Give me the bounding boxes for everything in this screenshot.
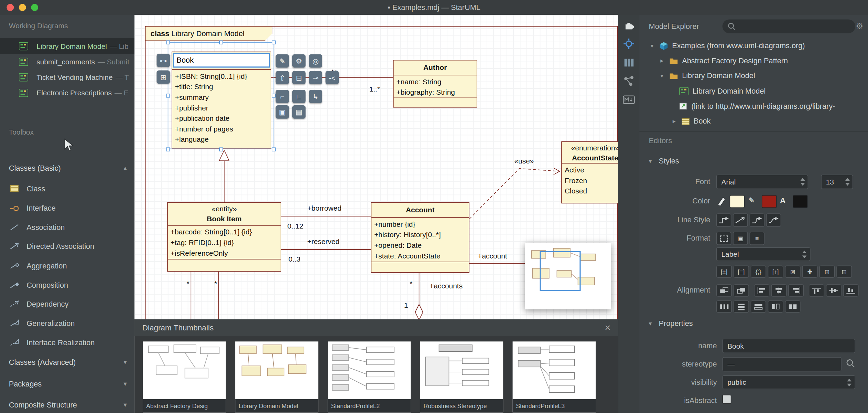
tree-item-library-domain-model-diagram[interactable]: Library Domain Model	[639, 84, 868, 98]
same-width-button[interactable]	[751, 300, 766, 313]
toggle-properties-button[interactable]: {;}	[751, 266, 766, 278]
thumbnail-robustness-stereotypes[interactable]: Robustness Stereotype	[420, 341, 503, 412]
tool-association[interactable]: Association	[0, 218, 134, 237]
working-diagram-electronic-prescriptions[interactable]: Electronic Prescriptions — E	[0, 85, 134, 100]
crosshair-icon[interactable]	[623, 38, 635, 50]
thumbnail-standardprofilel3[interactable]: StandardProfileL3	[513, 341, 596, 412]
layout-columns-icon[interactable]	[623, 56, 635, 68]
thumbnail-standardprofilel2[interactable]: StandardProfileL2	[328, 341, 411, 412]
properties-section-header[interactable]: ▾ Properties	[649, 319, 693, 328]
stereotype-search-button[interactable]	[845, 358, 855, 370]
quick-connector-style-2-button[interactable]: ∟	[292, 90, 306, 103]
font-size-field[interactable]	[821, 174, 853, 189]
quick-extension-button[interactable]: ◎	[309, 54, 322, 68]
expander-down-icon[interactable]: ▾	[650, 42, 659, 49]
tool-generalization[interactable]: Generalization	[0, 314, 134, 333]
extensions-icon[interactable]	[623, 19, 635, 31]
tree-item-examples[interactable]: ▾ Examples (from www.uml-diagrams.org)	[639, 38, 868, 53]
tool-dependency[interactable]: Dependency	[0, 294, 134, 313]
toggle-icon-button[interactable]: ✚	[802, 266, 817, 278]
tool-interface[interactable]: Interface	[0, 199, 134, 218]
tree-item-abstract-factory[interactable]: ▸ Abstract Factory Design Pattern	[639, 53, 868, 68]
quick-connector-style-3-button[interactable]: ↳	[309, 90, 322, 103]
close-icon[interactable]: ×	[605, 319, 611, 336]
tree-item-book[interactable]: ▸ Book	[639, 114, 868, 128]
search-input[interactable]	[736, 22, 847, 30]
class-account[interactable]: Account +number {id} +history: History[0…	[371, 202, 469, 273]
fill-color-swatch[interactable]	[730, 195, 745, 208]
quick-subdiagram-button[interactable]: ⊞	[157, 71, 170, 84]
toggle-expand-button[interactable]: ⊞	[819, 266, 835, 278]
selection-handle-sw[interactable]	[166, 147, 170, 151]
gear-icon[interactable]: ⚙	[856, 21, 864, 31]
quick-moveup-button[interactable]: ⇧	[276, 71, 289, 84]
stereotype-display-dropdown[interactable]: Label	[716, 247, 811, 261]
line-color-swatch[interactable]	[762, 195, 777, 208]
working-diagram-ticket-vending-machine[interactable]: Ticket Vending Machine — T	[0, 69, 134, 85]
tree-item-library-domain-model-folder[interactable]: ▾ Library Domain Model	[639, 68, 868, 83]
align-bottom-button[interactable]	[843, 284, 859, 296]
toggle-operations-button[interactable]: [≡]	[734, 266, 749, 278]
enumeration-account-state[interactable]: «enumeration» AccountState Active Frozen…	[561, 141, 618, 203]
styles-section-header[interactable]: ▾ Styles	[649, 157, 679, 165]
quick-split-button[interactable]: -<	[326, 71, 339, 84]
same-height-button[interactable]	[768, 300, 783, 313]
line-style-rectilinear-button[interactable]	[716, 213, 731, 227]
font-size-input[interactable]	[821, 174, 853, 189]
expander-right-icon[interactable]: ▸	[660, 57, 669, 64]
align-center-button[interactable]	[771, 284, 786, 296]
distribute-horizontal-button[interactable]	[716, 300, 732, 313]
tool-class[interactable]: Class	[0, 179, 134, 198]
quick-frame-button[interactable]: ▤	[292, 105, 306, 119]
quick-collapse-button[interactable]: ⊟	[292, 71, 306, 84]
format-filled-button[interactable]: ▣	[733, 232, 748, 245]
quick-edit-button[interactable]: ✎	[276, 54, 289, 68]
markdown-icon[interactable]	[623, 94, 635, 106]
expander-down-icon[interactable]: ▾	[660, 72, 669, 79]
align-right-button[interactable]	[788, 284, 804, 296]
toolbox-section-composite-structure[interactable]: Composite Structure ▼	[0, 397, 134, 413]
toolbox-section-packages[interactable]: Packages ▼	[0, 376, 134, 392]
name-input[interactable]	[723, 339, 855, 353]
thumbnail-library-domain-model[interactable]: Library Domain Model	[235, 341, 318, 412]
line-style-roundrect-button[interactable]	[750, 213, 764, 227]
class-author[interactable]: Author +name: String +biography: String	[393, 60, 477, 108]
tree-item-hyperlink[interactable]: (link to http://www.uml-diagrams.org/lib…	[639, 99, 868, 114]
tool-aggregation[interactable]: Aggregation	[0, 256, 134, 275]
quick-settings-button[interactable]: ⚙	[292, 54, 306, 68]
selection-handle-nw[interactable]	[166, 41, 170, 44]
toggle-collapse-button[interactable]: ⊟	[836, 266, 852, 278]
working-diagram-submit-comments[interactable]: submit_comments — Submit	[0, 54, 134, 69]
format-lines-button[interactable]: ≡	[750, 232, 764, 245]
model-explorer-search[interactable]	[723, 19, 855, 33]
isabstract-checkbox[interactable]	[723, 395, 731, 404]
toggle-visibility-button[interactable]: [↑]	[768, 266, 783, 278]
same-size-button[interactable]	[785, 300, 801, 313]
toggle-multiplicity-button[interactable]: [±]	[716, 266, 732, 278]
class-book-item[interactable]: «entity» Book Item +barcode: String[0..1…	[167, 202, 281, 272]
line-style-curve-button[interactable]	[766, 213, 781, 227]
format-outline-button[interactable]	[716, 232, 731, 245]
toolbox-section-classes-advanced[interactable]: Classes (Advanced) ▼	[0, 354, 134, 371]
selection-handle-se[interactable]	[272, 147, 275, 151]
name-edit-field[interactable]	[173, 53, 270, 67]
quick-interface-button[interactable]: ⊸	[309, 71, 322, 84]
line-color-icon[interactable]	[716, 196, 727, 207]
diagram-navigator-preview[interactable]	[525, 243, 611, 309]
stereotype-input[interactable]	[723, 357, 842, 371]
bring-to-front-button[interactable]	[716, 284, 732, 296]
align-left-button[interactable]	[754, 284, 769, 296]
quick-connector-style-1-button[interactable]: ⌐	[276, 90, 289, 103]
tool-composition[interactable]: Composition	[0, 276, 134, 295]
selection-handle-n[interactable]	[219, 41, 223, 44]
font-color-swatch[interactable]	[793, 195, 807, 208]
font-family-input[interactable]	[716, 174, 808, 189]
font-letter-icon[interactable]: A	[780, 196, 785, 205]
pencil-icon[interactable]: ✎	[748, 196, 755, 205]
quick-copy-button[interactable]: ▣	[276, 105, 289, 119]
toggle-shadow-button[interactable]: ⊠	[785, 266, 801, 278]
selection-handle-w[interactable]	[166, 94, 170, 97]
pointer-tool-icon[interactable]	[62, 138, 75, 152]
thumbnail-abstract-factory[interactable]: Abstract Factory Desig	[143, 341, 226, 412]
visibility-dropdown[interactable]: public	[723, 375, 855, 389]
